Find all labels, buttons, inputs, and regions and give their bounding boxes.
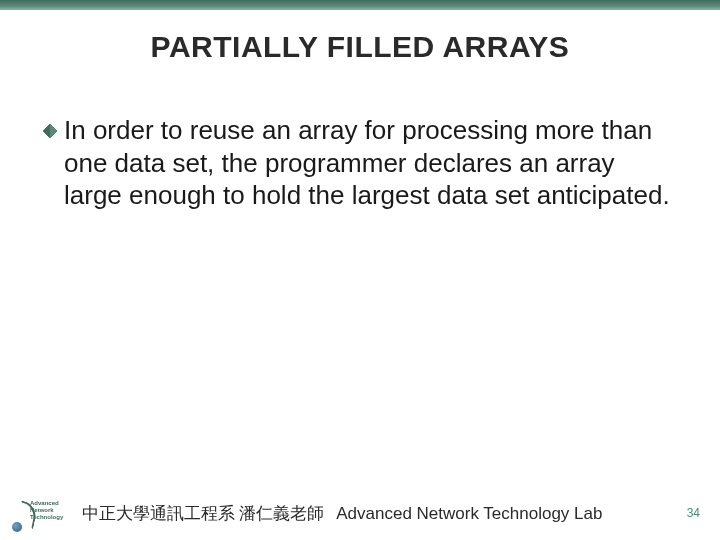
footer-text: 中正大學通訊工程系 潘仁義老師Advanced Network Technolo… [82, 502, 602, 525]
slide-footer: Advanced Network Technology 中正大學通訊工程系 潘仁… [0, 498, 720, 528]
slide-title: PARTIALLY FILLED ARRAYS [0, 30, 720, 64]
diamond-bullet-icon [42, 123, 58, 139]
header-accent-bar [0, 0, 720, 10]
footer-lab: Advanced Network Technology Lab [336, 504, 602, 523]
footer-cjk: 中正大學通訊工程系 潘仁義老師 [82, 504, 324, 523]
svg-marker-2 [43, 124, 50, 138]
logo-line2: Network [30, 507, 54, 513]
bullet-item: In order to reuse an array for processin… [42, 114, 678, 212]
page-number: 34 [687, 506, 700, 520]
logo-line1: Advanced [30, 500, 59, 506]
slide-body: In order to reuse an array for processin… [0, 64, 720, 212]
bullet-text: In order to reuse an array for processin… [64, 114, 678, 212]
footer-logo-icon: Advanced Network Technology [8, 498, 72, 528]
logo-line3: Technology [30, 514, 63, 520]
